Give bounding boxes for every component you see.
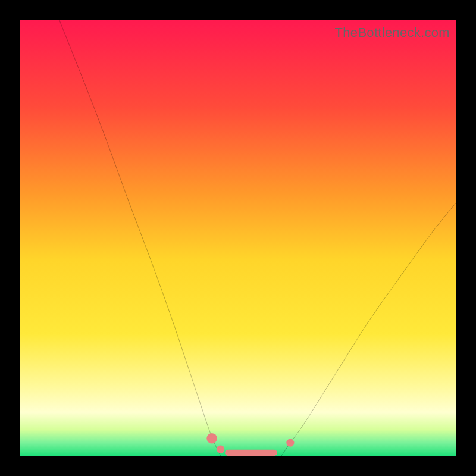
marker-right <box>286 439 294 446</box>
chart-curves <box>20 20 456 456</box>
chart-frame: TheBottleneck.com <box>0 0 476 476</box>
series-curve-left <box>60 20 221 456</box>
watermark-text: TheBottleneck.com <box>335 25 450 40</box>
marker-left-lower <box>217 445 224 453</box>
marker-left-upper <box>206 433 217 444</box>
plot-area: TheBottleneck.com <box>20 20 456 456</box>
marker-bottom-bar <box>225 450 277 456</box>
series-curve-right <box>281 203 456 456</box>
